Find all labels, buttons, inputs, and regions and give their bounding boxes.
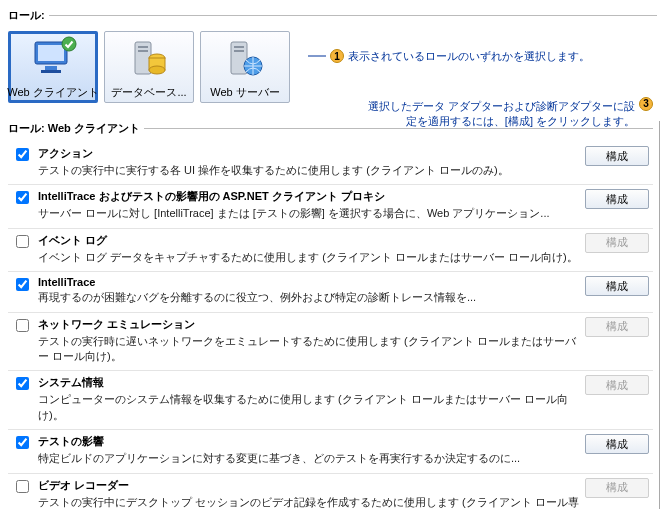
- adapter-row: IntelliTrace およびテストの影響用の ASP.NET クライアント …: [8, 184, 653, 227]
- server-db-icon: [129, 40, 169, 78]
- adapter-checkbox[interactable]: [16, 480, 29, 493]
- bracket-3-line: [659, 121, 660, 509]
- adapter-checkbox[interactable]: [16, 436, 29, 449]
- role-tile-web-client[interactable]: Web クライアント: [8, 31, 98, 103]
- svg-point-4: [62, 37, 76, 51]
- adapter-checkbox[interactable]: [16, 148, 29, 161]
- adapter-row: ビデオ レコーダーテストの実行中にデスクトップ セッションのビデオ記録を作成する…: [8, 473, 653, 509]
- svg-rect-7: [138, 50, 148, 52]
- server-globe-icon: [225, 40, 265, 78]
- adapter-desc: テストの実行時に遅いネットワークをエミュレートするために使用します (クライアン…: [38, 334, 579, 365]
- adapter-title: IntelliTrace: [38, 276, 579, 288]
- monitor-icon: [33, 40, 73, 78]
- adapter-text: IntelliTrace再現するのが困難なバグを分離するのに役立つ、例外および特…: [38, 276, 579, 305]
- callout-1: 1 表示されているロールのいずれかを選択します。: [308, 49, 648, 64]
- svg-point-10: [149, 66, 165, 74]
- adapter-text: ビデオ レコーダーテストの実行中にデスクトップ セッションのビデオ記録を作成する…: [38, 478, 579, 509]
- role-tile-label: データベース...: [111, 85, 186, 100]
- check-icon: [61, 36, 77, 52]
- adapter-text: システム情報コンピューターのシステム情報を収集するために使用します (クライアン…: [38, 375, 579, 423]
- configure-button: 構成: [585, 375, 649, 395]
- adapter-desc: コンピューターのシステム情報を収集するために使用します (クライアント ロールま…: [38, 392, 579, 423]
- adapter-title: ネットワーク エミュレーション: [38, 317, 579, 332]
- adapter-desc: イベント ログ データをキャプチャするために使用します (クライアント ロールま…: [38, 250, 579, 265]
- svg-rect-2: [45, 66, 57, 70]
- configure-button[interactable]: 構成: [585, 146, 649, 166]
- roles-legend: ロール:: [8, 8, 49, 23]
- adapter-checkbox[interactable]: [16, 235, 29, 248]
- configure-button[interactable]: 構成: [585, 434, 649, 454]
- svg-rect-6: [138, 46, 148, 48]
- adapter-title: テストの影響: [38, 434, 579, 449]
- adapters-legend: ロール: Web クライアント: [8, 121, 144, 136]
- adapter-text: イベント ログイベント ログ データをキャプチャするために使用します (クライア…: [38, 233, 579, 265]
- adapter-list: アクションテストの実行中に実行する各 UI 操作を収集するために使用します (ク…: [8, 142, 653, 509]
- svg-rect-12: [234, 46, 244, 48]
- adapter-desc: テストの実行中にデスクトップ セッションのビデオ記録を作成するために使用します …: [38, 495, 579, 509]
- adapter-title: イベント ログ: [38, 233, 579, 248]
- badge-1-icon: 1: [330, 49, 344, 63]
- roles-fieldset: ロール: Web クライアント データベース... Web サーバー: [8, 8, 657, 115]
- adapter-title: システム情報: [38, 375, 579, 390]
- svg-rect-3: [41, 70, 61, 73]
- role-tile-label: Web クライアント: [7, 85, 98, 100]
- adapter-row: システム情報コンピューターのシステム情報を収集するために使用します (クライアン…: [8, 370, 653, 429]
- role-tile-row: Web クライアント データベース... Web サーバー: [8, 31, 657, 103]
- role-tile-database[interactable]: データベース...: [104, 31, 194, 103]
- adapter-text: アクションテストの実行中に実行する各 UI 操作を収集するために使用します (ク…: [38, 146, 579, 178]
- adapters-fieldset: ロール: Web クライアント アクションテストの実行中に実行する各 UI 操作…: [8, 121, 653, 509]
- adapter-row: IntelliTrace再現するのが困難なバグを分離するのに役立つ、例外および特…: [8, 271, 653, 311]
- adapter-text: テストの影響特定ビルドのアプリケーションに対する変更に基づき、どのテストを再実行…: [38, 434, 579, 466]
- adapter-row: ネットワーク エミュレーションテストの実行時に遅いネットワークをエミュレートする…: [8, 312, 653, 371]
- adapter-row: イベント ログイベント ログ データをキャプチャするために使用します (クライア…: [8, 228, 653, 271]
- configure-button: 構成: [585, 317, 649, 337]
- adapter-row: テストの影響特定ビルドのアプリケーションに対する変更に基づき、どのテストを再実行…: [8, 429, 653, 472]
- badge-3-icon: 3: [639, 97, 653, 111]
- adapter-row: アクションテストの実行中に実行する各 UI 操作を収集するために使用します (ク…: [8, 142, 653, 184]
- svg-rect-13: [234, 50, 244, 52]
- adapter-text: IntelliTrace およびテストの影響用の ASP.NET クライアント …: [38, 189, 579, 221]
- adapter-desc: 再現するのが困難なバグを分離するのに役立つ、例外および特定の診断トレース情報を.…: [38, 290, 579, 305]
- configure-button[interactable]: 構成: [585, 189, 649, 209]
- role-tile-web-server[interactable]: Web サーバー: [200, 31, 290, 103]
- adapter-title: アクション: [38, 146, 579, 161]
- adapter-text: ネットワーク エミュレーションテストの実行時に遅いネットワークをエミュレートする…: [38, 317, 579, 365]
- adapter-checkbox[interactable]: [16, 377, 29, 390]
- adapter-title: ビデオ レコーダー: [38, 478, 579, 493]
- configure-button: 構成: [585, 233, 649, 253]
- adapter-checkbox[interactable]: [16, 319, 29, 332]
- configure-button[interactable]: 構成: [585, 276, 649, 296]
- callout-1-text: 表示されているロールのいずれかを選択します。: [348, 49, 590, 64]
- adapter-checkbox[interactable]: [16, 191, 29, 204]
- adapter-checkbox[interactable]: [16, 278, 29, 291]
- adapter-title: IntelliTrace およびテストの影響用の ASP.NET クライアント …: [38, 189, 579, 204]
- role-tile-label: Web サーバー: [210, 85, 279, 100]
- adapter-desc: 特定ビルドのアプリケーションに対する変更に基づき、どのテストを再実行するか決定す…: [38, 451, 579, 466]
- adapter-desc: サーバー ロールに対し [IntelliTrace] または [テストの影響] …: [38, 206, 579, 221]
- adapter-desc: テストの実行中に実行する各 UI 操作を収集するために使用します (クライアント…: [38, 163, 579, 178]
- configure-button: 構成: [585, 478, 649, 498]
